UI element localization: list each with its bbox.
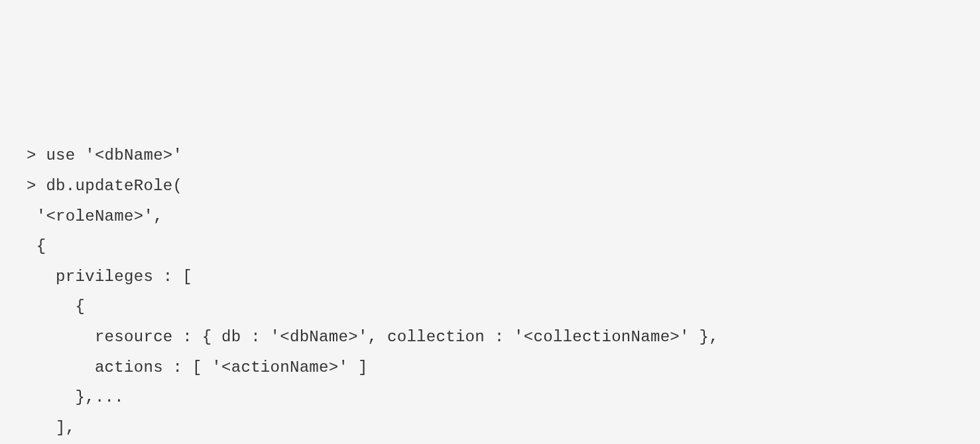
code-line: },...: [27, 388, 124, 406]
code-snippet: > use '<dbName>' > db.updateRole( '<role…: [27, 140, 953, 444]
code-line: > db.updateRole(: [27, 177, 182, 195]
code-line: privileges : [: [27, 268, 192, 286]
code-line: '<roleName>',: [27, 207, 163, 225]
code-line: resource : { db : '<dbName>', collection…: [27, 328, 719, 346]
code-line: ],: [27, 419, 76, 437]
code-line: actions : [ '<actionName>' ]: [27, 359, 368, 376]
code-line: {: [27, 298, 85, 315]
code-line: > use '<dbName>': [27, 146, 182, 164]
code-line: {: [27, 237, 46, 255]
